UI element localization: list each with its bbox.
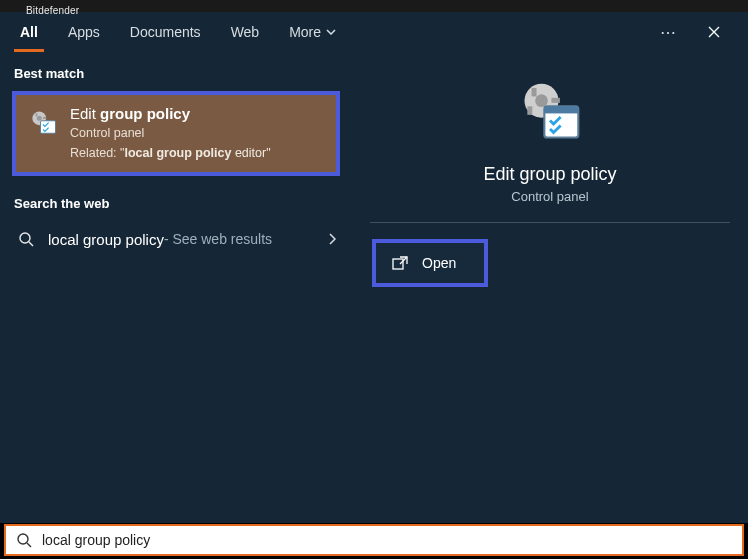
best-match-result[interactable]: Edit group policy Control panel Related:… — [12, 91, 340, 176]
tab-apps[interactable]: Apps — [62, 12, 106, 52]
tab-all[interactable]: All — [14, 12, 44, 52]
tab-documents-label: Documents — [130, 24, 201, 40]
more-options-button[interactable]: ⋯ — [660, 23, 678, 42]
section-header-search-web: Search the web — [0, 190, 352, 221]
tab-more[interactable]: More — [283, 12, 342, 52]
tab-apps-label: Apps — [68, 24, 100, 40]
divider — [370, 222, 730, 223]
tab-web[interactable]: Web — [225, 12, 266, 52]
tab-documents[interactable]: Documents — [124, 12, 207, 52]
best-match-related: Related: "local group policy editor" — [70, 146, 271, 160]
svg-point-1 — [37, 116, 42, 121]
results-panel: Best match Edit group policy — [0, 52, 352, 523]
web-search-result[interactable]: local group policy - See web results — [0, 221, 352, 258]
svg-rect-2 — [36, 113, 38, 116]
svg-rect-14 — [393, 259, 403, 269]
tab-more-label: More — [289, 24, 321, 40]
preview-subtitle: Control panel — [362, 189, 738, 204]
preview-icon — [362, 78, 738, 146]
svg-line-6 — [29, 242, 33, 246]
open-button[interactable]: Open — [372, 239, 488, 287]
svg-point-15 — [18, 534, 28, 544]
search-icon — [16, 532, 32, 548]
chevron-right-icon — [328, 233, 336, 245]
tab-all-label: All — [20, 24, 38, 40]
search-input[interactable] — [42, 532, 732, 548]
web-search-hint: - See web results — [164, 231, 272, 247]
chevron-down-icon — [326, 29, 336, 35]
search-icon — [18, 231, 34, 247]
best-match-subtitle: Control panel — [70, 126, 271, 140]
svg-point-8 — [535, 94, 548, 107]
svg-rect-13 — [544, 106, 578, 113]
tab-web-label: Web — [231, 24, 260, 40]
svg-rect-10 — [551, 98, 560, 103]
svg-rect-3 — [43, 117, 46, 119]
svg-rect-11 — [527, 106, 532, 114]
group-policy-icon — [28, 107, 58, 137]
section-header-best-match: Best match — [0, 60, 352, 91]
close-icon — [707, 25, 721, 39]
search-bar[interactable] — [4, 524, 744, 556]
open-icon — [392, 256, 408, 270]
web-search-query: local group policy — [48, 231, 164, 248]
search-filter-tabs: All Apps Documents Web More ⋯ — [0, 12, 748, 52]
preview-panel: Edit group policy Control panel Open — [352, 52, 748, 523]
svg-line-16 — [27, 543, 31, 547]
close-button[interactable] — [694, 12, 734, 52]
svg-rect-9 — [532, 88, 537, 97]
open-button-label: Open — [422, 255, 456, 271]
taskbar-remnant: Bitdefender — [0, 0, 748, 12]
preview-title: Edit group policy — [362, 164, 738, 185]
best-match-title: Edit group policy — [70, 105, 271, 124]
svg-point-5 — [20, 233, 30, 243]
